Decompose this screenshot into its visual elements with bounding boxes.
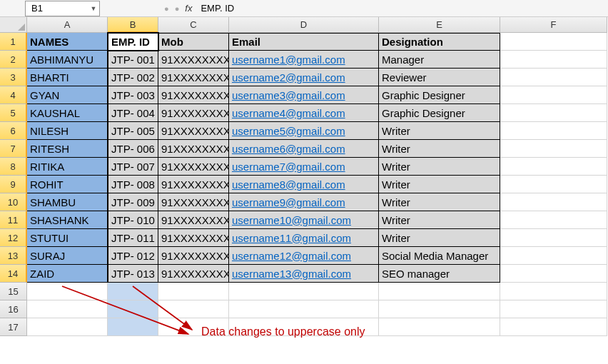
cell-F6[interactable]	[500, 122, 607, 140]
cell-F8[interactable]	[500, 158, 607, 176]
cell-A6[interactable]: NILESH	[27, 122, 108, 140]
cell-F17[interactable]	[500, 318, 607, 336]
cell-D2[interactable]: username1@gmail.com	[229, 51, 379, 69]
cell-D14[interactable]: username13@gmail.com	[229, 265, 379, 283]
row-header[interactable]: 3	[0, 69, 27, 86]
cell-F5[interactable]	[500, 104, 607, 122]
cell-D6[interactable]: username5@gmail.com	[229, 122, 379, 140]
spreadsheet-grid[interactable]: ABCDEF1NAMESEMP. IDMobEmailDesignation2A…	[0, 17, 608, 336]
cell-E2[interactable]: Manager	[379, 51, 500, 69]
row-header[interactable]: 1	[0, 33, 27, 51]
cell-D15[interactable]	[229, 283, 379, 300]
col-header-F[interactable]: F	[500, 17, 607, 33]
cell-C14[interactable]: 91XXXXXXXX	[158, 265, 229, 283]
email-link[interactable]: username12@gmail.com	[232, 250, 351, 262]
cell-A17[interactable]	[27, 318, 108, 336]
cell-F11[interactable]	[500, 211, 607, 229]
cell-E17[interactable]	[379, 318, 500, 336]
cell-A11[interactable]: SHASHANK	[27, 211, 108, 229]
cell-D12[interactable]: username11@gmail.com	[229, 229, 379, 247]
cell-C12[interactable]: 91XXXXXXXX	[158, 229, 229, 247]
select-all-corner[interactable]	[0, 17, 27, 33]
cell-A5[interactable]: KAUSHAL	[27, 104, 108, 122]
email-link[interactable]: username2@gmail.com	[232, 71, 345, 84]
row-header[interactable]: 8	[0, 158, 27, 176]
cell-E14[interactable]: SEO manager	[379, 265, 500, 283]
cell-F2[interactable]	[500, 51, 607, 69]
cell-B15[interactable]	[108, 283, 158, 300]
cell-C5[interactable]: 91XXXXXXXX	[158, 104, 229, 122]
cell-D9[interactable]: username8@gmail.com	[229, 176, 379, 193]
cell-D10[interactable]: username9@gmail.com	[229, 193, 379, 211]
cell-B2[interactable]: JTP- 001	[108, 51, 158, 69]
cell-A16[interactable]	[27, 300, 108, 318]
cell-D13[interactable]: username12@gmail.com	[229, 247, 379, 265]
cell-E8[interactable]: Writer	[379, 158, 500, 176]
cell-B17[interactable]	[108, 318, 158, 336]
fx-icon[interactable]: fx	[185, 3, 192, 14]
cell-F1[interactable]	[500, 33, 607, 51]
cell-C2[interactable]: 91XXXXXXXX	[158, 51, 229, 69]
cell-F9[interactable]	[500, 176, 607, 193]
name-box[interactable]: B1 ▼	[25, 1, 100, 16]
cell-E15[interactable]	[379, 283, 500, 300]
cell-D7[interactable]: username6@gmail.com	[229, 140, 379, 158]
row-header[interactable]: 12	[0, 229, 27, 247]
row-header[interactable]: 13	[0, 247, 27, 265]
cell-C1[interactable]: Mob	[158, 33, 229, 51]
cell-C11[interactable]: 91XXXXXXXX	[158, 211, 229, 229]
col-header-C[interactable]: C	[158, 17, 229, 33]
cell-B3[interactable]: JTP- 002	[108, 69, 158, 86]
email-link[interactable]: username9@gmail.com	[232, 196, 345, 208]
cell-F14[interactable]	[500, 265, 607, 283]
email-link[interactable]: username7@gmail.com	[232, 161, 345, 173]
row-header[interactable]: 2	[0, 51, 27, 69]
row-header[interactable]: 9	[0, 176, 27, 193]
cell-B11[interactable]: JTP- 010	[108, 211, 158, 229]
col-header-B[interactable]: B	[108, 17, 158, 33]
cell-C16[interactable]	[158, 300, 229, 318]
cell-C8[interactable]: 91XXXXXXXX	[158, 158, 229, 176]
cell-D1[interactable]: Email	[229, 33, 379, 51]
email-link[interactable]: username10@gmail.com	[232, 214, 351, 226]
cell-B5[interactable]: JTP- 004	[108, 104, 158, 122]
cell-A13[interactable]: SURAJ	[27, 247, 108, 265]
cell-B13[interactable]: JTP- 012	[108, 247, 158, 265]
email-link[interactable]: username1@gmail.com	[232, 54, 345, 66]
row-header[interactable]: 11	[0, 211, 27, 229]
email-link[interactable]: username4@gmail.com	[232, 107, 345, 119]
chevron-down-icon[interactable]: ▼	[88, 5, 99, 12]
cell-E16[interactable]	[379, 300, 500, 318]
cell-D4[interactable]: username3@gmail.com	[229, 86, 379, 104]
cell-F12[interactable]	[500, 229, 607, 247]
cell-B14[interactable]: JTP- 013	[108, 265, 158, 283]
cell-A7[interactable]: RITESH	[27, 140, 108, 158]
cell-E7[interactable]: Writer	[379, 140, 500, 158]
cell-E13[interactable]: Social Media Manager	[379, 247, 500, 265]
cell-F10[interactable]	[500, 193, 607, 211]
cell-A15[interactable]	[27, 283, 108, 300]
cell-A8[interactable]: RITIKA	[27, 158, 108, 176]
cell-B9[interactable]: JTP- 008	[108, 176, 158, 193]
cell-E5[interactable]: Graphic Designer	[379, 104, 500, 122]
cell-C3[interactable]: 91XXXXXXXX	[158, 69, 229, 86]
row-header[interactable]: 7	[0, 140, 27, 158]
cell-F15[interactable]	[500, 283, 607, 300]
email-link[interactable]: username13@gmail.com	[232, 268, 351, 280]
cell-C4[interactable]: 91XXXXXXXX	[158, 86, 229, 104]
cell-A4[interactable]: GYAN	[27, 86, 108, 104]
cell-E4[interactable]: Graphic Designer	[379, 86, 500, 104]
cell-E3[interactable]: Reviewer	[379, 69, 500, 86]
cell-C10[interactable]: 91XXXXXXXX	[158, 193, 229, 211]
cell-C7[interactable]: 91XXXXXXXX	[158, 140, 229, 158]
cell-F4[interactable]	[500, 86, 607, 104]
cell-E6[interactable]: Writer	[379, 122, 500, 140]
cell-D11[interactable]: username10@gmail.com	[229, 211, 379, 229]
row-header[interactable]: 6	[0, 122, 27, 140]
row-header[interactable]: 16	[0, 300, 27, 318]
cell-A12[interactable]: STUTUI	[27, 229, 108, 247]
cell-B8[interactable]: JTP- 007	[108, 158, 158, 176]
cell-B4[interactable]: JTP- 003	[108, 86, 158, 104]
email-link[interactable]: username3@gmail.com	[232, 89, 345, 101]
cell-F3[interactable]	[500, 69, 607, 86]
